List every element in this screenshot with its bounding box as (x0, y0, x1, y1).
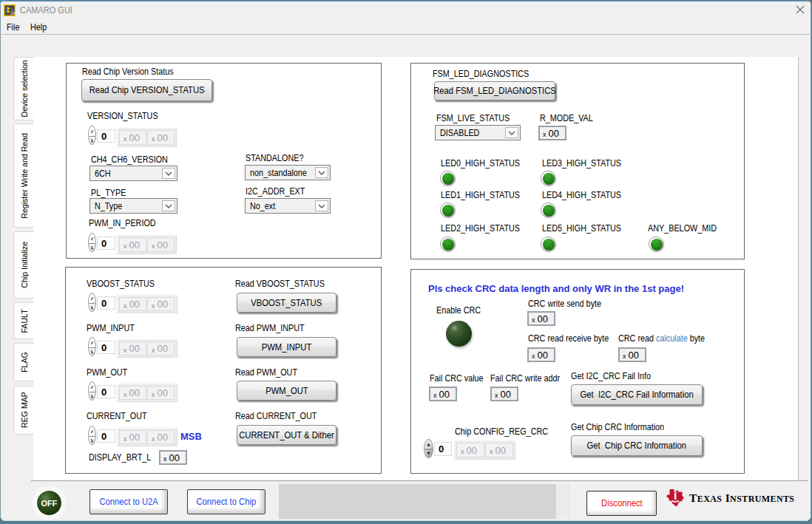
svg-text:16: 16 (10, 10, 16, 16)
